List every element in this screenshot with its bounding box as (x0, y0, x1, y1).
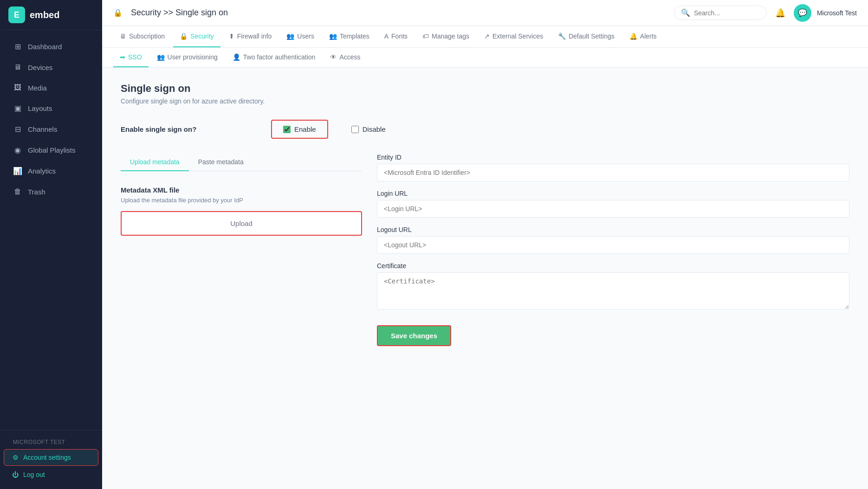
enable-option-label: Enable (294, 125, 316, 133)
logout-icon: ⏻ (12, 471, 19, 478)
user-name: Microsoft Test (817, 9, 857, 17)
media-icon: 🖼 (13, 84, 22, 92)
enable-checkbox[interactable] (283, 126, 291, 133)
sidebar-item-global-playlists[interactable]: ◉ Global Playlists (4, 140, 98, 160)
sub-tab-bar: ➡ SSO 👥 User provisioning 👤 Two factor a… (102, 48, 868, 68)
sso-columns: Upload metadata Paste metadata Metadata … (121, 154, 849, 346)
disable-option-label: Disable (363, 125, 386, 133)
tab-security[interactable]: 🔒 Security (173, 26, 220, 47)
sidebar-item-label: Analytics (28, 167, 56, 175)
login-url-group: Login URL (377, 190, 849, 218)
login-url-label: Login URL (377, 190, 849, 197)
default-settings-icon: 🔧 (558, 32, 566, 40)
account-settings-label: Account settings (23, 454, 71, 461)
analytics-icon: 📊 (13, 167, 22, 175)
upload-button[interactable]: Upload (121, 211, 362, 236)
certificate-textarea[interactable] (377, 272, 849, 309)
enable-option[interactable]: Enable (271, 120, 328, 139)
logout-url-label: Logout URL (377, 226, 849, 233)
main-content: 🔒 Security >> Single sign on 🔍 🔔 💬 Micro… (102, 0, 868, 489)
devices-icon: 🖥 (13, 63, 22, 71)
templates-icon: 👥 (329, 32, 337, 40)
sidebar-item-layouts[interactable]: ▣ Layouts (4, 98, 98, 118)
sidebar-item-label: Channels (28, 125, 57, 133)
notification-bell[interactable]: 🔔 (772, 5, 788, 21)
meta-tab-paste[interactable]: Paste metadata (189, 154, 253, 171)
logout-item[interactable]: ⏻ Log out (4, 467, 98, 483)
layouts-icon: ▣ (13, 104, 22, 113)
two-factor-icon: 👤 (233, 53, 240, 61)
subtab-user-provisioning[interactable]: 👥 User provisioning (150, 48, 224, 67)
global-playlists-icon: ◉ (13, 146, 22, 154)
certificate-label: Certificate (377, 262, 849, 270)
disable-checkbox[interactable] (351, 126, 359, 133)
sidebar-item-label: Global Playlists (28, 146, 76, 154)
security-icon: 🔒 (180, 32, 188, 40)
subscription-icon: 🖥 (120, 32, 126, 40)
sidebar-item-label: Dashboard (28, 43, 62, 51)
chat-icon[interactable]: 💬 (794, 4, 811, 22)
sidebar-item-label: Layouts (28, 104, 52, 112)
entity-id-input[interactable] (377, 164, 849, 181)
nav-items: ⊞ Dashboard 🖥 Devices 🖼 Media ▣ Layouts … (0, 30, 102, 430)
sidebar-item-label: Media (28, 84, 47, 92)
subtab-label: SSO (128, 53, 142, 61)
meta-tab-upload-label: Upload metadata (130, 158, 180, 166)
search-input[interactable] (694, 9, 760, 17)
subtab-two-factor[interactable]: 👤 Two factor authentication (226, 48, 322, 67)
tab-alerts[interactable]: 🔔 Alerts (623, 26, 663, 47)
tab-label: Security (190, 32, 214, 40)
logout-url-input[interactable] (377, 236, 849, 254)
topbar: 🔒 Security >> Single sign on 🔍 🔔 💬 Micro… (102, 0, 868, 26)
subtab-label: Two factor authentication (243, 53, 316, 61)
sidebar-item-channels[interactable]: ⊟ Channels (4, 119, 98, 139)
tab-firewall[interactable]: ⬆ Firewall info (222, 26, 279, 47)
login-url-input[interactable] (377, 200, 849, 218)
save-changes-button[interactable]: Save changes (377, 325, 451, 346)
enable-row: Enable single sign on? Enable Disable (121, 120, 849, 139)
sidebar-item-trash[interactable]: 🗑 Trash (4, 182, 98, 201)
tab-users[interactable]: 👥 Users (280, 26, 321, 47)
tab-label: Alerts (640, 32, 657, 40)
breadcrumb: Security >> Single sign on (131, 8, 228, 18)
sidebar-logo: E embed (0, 0, 102, 30)
channels-icon: ⊟ (13, 125, 22, 134)
subtab-label: User provisioning (168, 53, 218, 61)
tab-templates[interactable]: 👥 Templates (323, 26, 376, 47)
sso-icon: ➡ (120, 53, 125, 61)
left-column: Upload metadata Paste metadata Metadata … (121, 154, 362, 239)
entity-id-group: Entity ID (377, 154, 849, 181)
tab-default-settings[interactable]: 🔧 Default Settings (551, 26, 621, 47)
right-column: Entity ID Login URL Logout URL Certifica… (377, 154, 849, 346)
tab-label: Users (297, 32, 314, 40)
tab-manage-tags[interactable]: 🏷 Manage tags (416, 26, 476, 47)
breadcrumb-lock-icon: 🔒 (113, 8, 123, 17)
account-settings-item[interactable]: ⚙ Account settings (4, 449, 98, 466)
logo-text: embed (30, 10, 59, 20)
page-content: Single sign on Configure single sign on … (102, 68, 868, 489)
sidebar-item-dashboard[interactable]: ⊞ Dashboard (4, 37, 98, 57)
subtab-sso[interactable]: ➡ SSO (113, 48, 149, 67)
sidebar-item-devices[interactable]: 🖥 Devices (4, 58, 98, 77)
meta-tab-upload[interactable]: Upload metadata (121, 154, 189, 171)
account-settings-icon: ⚙ (13, 454, 19, 461)
sidebar-item-analytics[interactable]: 📊 Analytics (4, 161, 98, 181)
tab-label: Firewall info (237, 32, 272, 40)
user-provisioning-icon: 👥 (157, 53, 165, 61)
external-services-icon: ↗ (484, 32, 490, 40)
tab-label: External Services (492, 32, 543, 40)
tab-label: Templates (340, 32, 369, 40)
tab-bar: 🖥 Subscription 🔒 Security ⬆ Firewall inf… (102, 26, 868, 48)
subtab-access[interactable]: 👁 Access (324, 48, 367, 67)
org-name: Microsoft test (4, 436, 98, 448)
tab-label: Manage tags (432, 32, 469, 40)
tab-subscription[interactable]: 🖥 Subscription (113, 26, 171, 47)
subtab-label: Access (339, 53, 360, 61)
disable-option[interactable]: Disable (339, 120, 398, 139)
tab-external-services[interactable]: ↗ External Services (478, 26, 550, 47)
firewall-icon: ⬆ (229, 32, 234, 40)
tab-fonts[interactable]: A Fonts (378, 26, 414, 47)
entity-id-label: Entity ID (377, 154, 849, 161)
search-icon: 🔍 (681, 8, 690, 17)
sidebar-item-media[interactable]: 🖼 Media (4, 78, 98, 97)
